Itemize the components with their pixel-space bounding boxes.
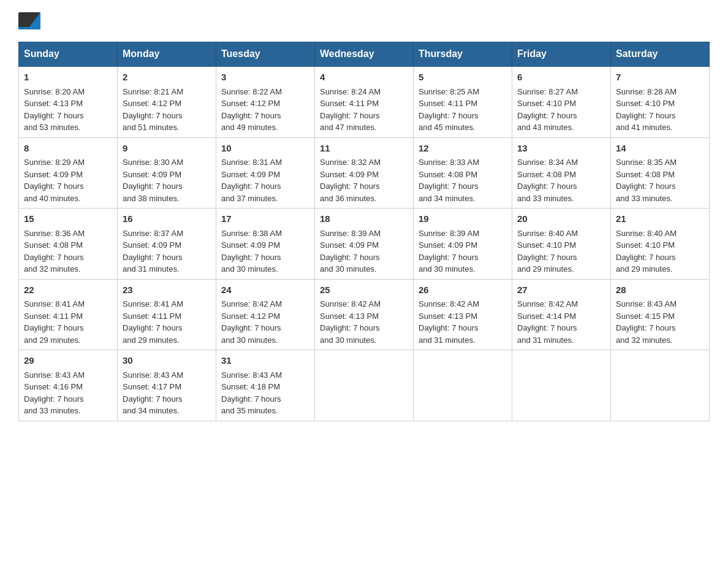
day-number: 4 — [320, 71, 408, 85]
calendar-cell: 11Sunrise: 8:32 AMSunset: 4:09 PMDayligh… — [315, 137, 414, 209]
calendar-cell: 15Sunrise: 8:36 AMSunset: 4:08 PMDayligh… — [19, 209, 118, 280]
daylight-minutes: and 33 minutes. — [24, 406, 81, 415]
sunset-text: Sunset: 4:11 PM — [320, 99, 379, 108]
calendar-week-row: 15Sunrise: 8:36 AMSunset: 4:08 PMDayligh… — [19, 209, 710, 280]
calendar-table: SundayMondayTuesdayWednesdayThursdayFrid… — [18, 42, 710, 421]
day-number: 30 — [123, 354, 211, 368]
header-day-tuesday: Tuesday — [216, 42, 315, 67]
calendar-cell: 20Sunrise: 8:40 AMSunset: 4:10 PMDayligh… — [512, 209, 611, 280]
calendar-header-row: SundayMondayTuesdayWednesdayThursdayFrid… — [19, 42, 710, 67]
sunset-text: Sunset: 4:09 PM — [320, 170, 379, 179]
sunrise-text: Sunrise: 8:28 AM — [616, 87, 677, 96]
sunrise-text: Sunrise: 8:27 AM — [517, 87, 578, 96]
sunrise-text: Sunrise: 8:24 AM — [320, 87, 381, 96]
daylight-text: Daylight: 7 hours — [320, 253, 380, 262]
sunset-text: Sunset: 4:09 PM — [123, 170, 181, 179]
daylight-minutes: and 30 minutes. — [419, 264, 476, 274]
day-number: 26 — [419, 283, 507, 297]
sunrise-text: Sunrise: 8:42 AM — [419, 299, 479, 308]
daylight-text: Daylight: 7 hours — [517, 182, 577, 191]
calendar-cell: 10Sunrise: 8:31 AMSunset: 4:09 PMDayligh… — [216, 137, 315, 209]
day-number: 22 — [24, 283, 112, 297]
daylight-minutes: and 32 minutes. — [24, 264, 81, 274]
sunset-text: Sunset: 4:16 PM — [24, 382, 83, 391]
calendar-cell: 9Sunrise: 8:30 AMSunset: 4:09 PMDaylight… — [118, 137, 216, 209]
calendar-cell: 30Sunrise: 8:43 AMSunset: 4:17 PMDayligh… — [118, 350, 216, 421]
calendar-cell — [315, 350, 414, 421]
sunset-text: Sunset: 4:09 PM — [419, 240, 477, 250]
sunrise-text: Sunrise: 8:40 AM — [616, 229, 677, 238]
sunset-text: Sunset: 4:11 PM — [123, 312, 181, 321]
calendar-cell: 7Sunrise: 8:28 AMSunset: 4:10 PMDaylight… — [611, 66, 710, 137]
daylight-text: Daylight: 7 hours — [24, 253, 84, 262]
calendar-cell: 17Sunrise: 8:38 AMSunset: 4:09 PMDayligh… — [216, 209, 315, 280]
day-number: 14 — [616, 142, 704, 156]
sunset-text: Sunset: 4:17 PM — [123, 382, 181, 391]
daylight-text: Daylight: 7 hours — [123, 111, 183, 120]
calendar-cell: 23Sunrise: 8:41 AMSunset: 4:11 PMDayligh… — [118, 279, 216, 350]
sunrise-text: Sunrise: 8:41 AM — [24, 299, 85, 308]
daylight-minutes: and 47 minutes. — [320, 123, 377, 132]
sunrise-text: Sunrise: 8:34 AM — [517, 158, 578, 167]
calendar-cell: 19Sunrise: 8:39 AMSunset: 4:09 PMDayligh… — [414, 209, 512, 280]
calendar-cell: 25Sunrise: 8:42 AMSunset: 4:13 PMDayligh… — [315, 279, 414, 350]
day-number: 20 — [517, 212, 605, 226]
day-number: 12 — [419, 142, 507, 156]
logo-icon — [18, 12, 40, 29]
sunset-text: Sunset: 4:09 PM — [221, 240, 280, 250]
daylight-minutes: and 36 minutes. — [320, 194, 377, 203]
sunrise-text: Sunrise: 8:43 AM — [221, 370, 282, 380]
day-number: 5 — [419, 71, 507, 85]
sunset-text: Sunset: 4:08 PM — [24, 240, 83, 250]
sunrise-text: Sunrise: 8:42 AM — [517, 299, 578, 308]
header-day-thursday: Thursday — [414, 42, 512, 67]
day-number: 19 — [419, 212, 507, 226]
daylight-text: Daylight: 7 hours — [419, 111, 479, 120]
header-day-saturday: Saturday — [611, 42, 710, 67]
daylight-text: Daylight: 7 hours — [320, 323, 380, 332]
daylight-minutes: and 37 minutes. — [221, 194, 278, 203]
calendar-cell: 29Sunrise: 8:43 AMSunset: 4:16 PMDayligh… — [19, 350, 118, 421]
day-number: 16 — [123, 212, 211, 226]
header-day-wednesday: Wednesday — [315, 42, 414, 67]
sunset-text: Sunset: 4:13 PM — [419, 312, 477, 321]
daylight-minutes: and 40 minutes. — [24, 194, 81, 203]
sunrise-text: Sunrise: 8:21 AM — [123, 87, 183, 96]
day-number: 18 — [320, 212, 408, 226]
header-day-monday: Monday — [118, 42, 216, 67]
daylight-text: Daylight: 7 hours — [517, 111, 577, 120]
header-day-friday: Friday — [512, 42, 611, 67]
day-number: 11 — [320, 142, 408, 156]
calendar-cell: 14Sunrise: 8:35 AMSunset: 4:08 PMDayligh… — [611, 137, 710, 209]
calendar-cell: 22Sunrise: 8:41 AMSunset: 4:11 PMDayligh… — [19, 279, 118, 350]
day-number: 29 — [24, 354, 112, 368]
sunrise-text: Sunrise: 8:32 AM — [320, 158, 381, 167]
sunrise-text: Sunrise: 8:41 AM — [123, 299, 183, 308]
daylight-text: Daylight: 7 hours — [221, 253, 281, 262]
calendar-cell: 16Sunrise: 8:37 AMSunset: 4:09 PMDayligh… — [118, 209, 216, 280]
daylight-text: Daylight: 7 hours — [24, 111, 84, 120]
day-number: 31 — [221, 354, 309, 368]
sunrise-text: Sunrise: 8:33 AM — [419, 158, 479, 167]
sunrise-text: Sunrise: 8:39 AM — [320, 229, 381, 238]
daylight-minutes: and 31 minutes. — [419, 335, 476, 345]
day-number: 28 — [616, 283, 704, 297]
day-number: 23 — [123, 283, 211, 297]
sunset-text: Sunset: 4:08 PM — [419, 170, 477, 179]
sunset-text: Sunset: 4:09 PM — [221, 170, 280, 179]
daylight-text: Daylight: 7 hours — [616, 111, 676, 120]
daylight-minutes: and 53 minutes. — [24, 123, 81, 132]
calendar-cell: 27Sunrise: 8:42 AMSunset: 4:14 PMDayligh… — [512, 279, 611, 350]
daylight-text: Daylight: 7 hours — [419, 182, 479, 191]
daylight-minutes: and 30 minutes. — [221, 264, 278, 274]
sunset-text: Sunset: 4:14 PM — [517, 312, 576, 321]
calendar-cell: 12Sunrise: 8:33 AMSunset: 4:08 PMDayligh… — [414, 137, 512, 209]
sunset-text: Sunset: 4:09 PM — [123, 240, 181, 250]
sunrise-text: Sunrise: 8:39 AM — [419, 229, 479, 238]
daylight-text: Daylight: 7 hours — [123, 323, 183, 332]
header-day-sunday: Sunday — [19, 42, 118, 67]
sunrise-text: Sunrise: 8:25 AM — [419, 87, 479, 96]
sunrise-text: Sunrise: 8:35 AM — [616, 158, 677, 167]
sunset-text: Sunset: 4:08 PM — [616, 170, 675, 179]
sunset-text: Sunset: 4:13 PM — [320, 312, 379, 321]
